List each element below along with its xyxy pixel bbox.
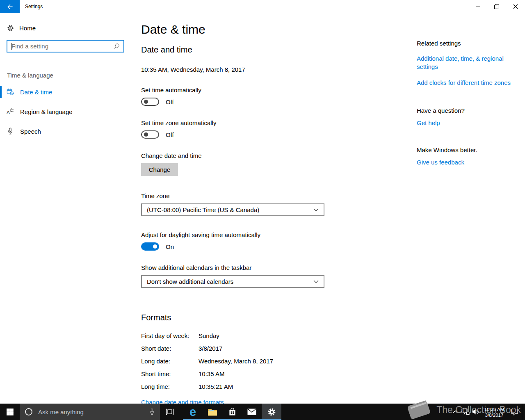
close-icon — [513, 4, 518, 9]
calendar-clock-icon — [7, 88, 14, 96]
search-icon[interactable] — [114, 43, 120, 49]
toggle-knob — [144, 132, 148, 137]
sidebar-item-region-language[interactable]: A Region & language — [0, 104, 136, 119]
chevron-down-icon — [313, 280, 319, 283]
format-value: 10:35:21 AM — [199, 383, 233, 390]
restore-button[interactable] — [487, 0, 506, 13]
main-content: Date & time Date and time 10:35 AM, Wedn… — [141, 13, 326, 406]
tray-time: 10:35 AM — [481, 406, 508, 412]
format-label: First day of week: — [141, 332, 199, 340]
cortana-icon — [25, 408, 32, 415]
close-button[interactable] — [506, 0, 525, 13]
set-time-automatically-label: Set time automatically — [141, 87, 326, 94]
sidebar-item-label: Date & time — [20, 89, 52, 96]
change-date-time-label: Change date and time — [141, 152, 326, 159]
back-arrow-icon — [7, 3, 14, 10]
format-label: Short time: — [141, 370, 199, 378]
sidebar-group-label: Time & language — [7, 72, 136, 79]
clock-tray-button[interactable]: 10:35 AM 3/8/2017 — [481, 406, 508, 418]
find-a-setting-search[interactable] — [7, 40, 124, 52]
store-icon — [228, 408, 236, 416]
sidebar-item-label: Region & language — [20, 108, 73, 115]
change-button[interactable]: Change — [141, 163, 178, 176]
search-input[interactable] — [7, 43, 114, 50]
edge-button[interactable]: e — [183, 404, 203, 420]
action-center-icon — [511, 408, 518, 415]
show-desktop-button[interactable] — [522, 404, 525, 420]
store-button[interactable] — [222, 404, 242, 420]
format-label: Long date: — [141, 357, 199, 365]
dst-label: Adjust for daylight saving time automati… — [141, 231, 326, 238]
additional-calendars-label: Show additional calendars in the taskbar — [141, 264, 326, 271]
gear-icon — [267, 408, 276, 416]
set-timezone-automatically-label: Set time zone automatically — [141, 119, 326, 126]
tray-expand-button[interactable] — [450, 404, 460, 420]
action-center-button[interactable] — [508, 404, 522, 420]
timezone-dropdown[interactable]: (UTC-08:00) Pacific Time (US & Canada) — [141, 203, 324, 216]
system-tray: 10:35 AM 3/8/2017 — [450, 404, 525, 420]
toggle-knob — [144, 100, 148, 104]
format-label: Long time: — [141, 383, 199, 390]
volume-tray-button[interactable] — [470, 404, 481, 420]
file-explorer-button[interactable] — [203, 404, 222, 420]
back-button[interactable] — [0, 0, 20, 13]
format-value: Sunday — [199, 332, 219, 340]
format-row: Short time: 10:35 AM — [141, 370, 326, 378]
current-datetime-text: 10:35 AM, Wednesday, March 8, 2017 — [141, 66, 326, 73]
format-value: 3/8/2017 — [199, 345, 222, 352]
related-settings-heading: Related settings — [417, 40, 520, 47]
taskbar-app-icons: e — [183, 404, 281, 420]
format-row: Long date: Wednesday, March 8, 2017 — [141, 357, 326, 365]
region-language-icon: A — [7, 108, 14, 115]
get-help-link[interactable]: Get help — [417, 119, 440, 126]
start-button[interactable] — [0, 404, 20, 420]
settings-sidebar: Home Time & language Date & time — [0, 13, 136, 404]
set-timezone-automatically-state: Off — [166, 131, 174, 138]
minimize-button[interactable] — [468, 0, 487, 13]
taskbar: Ask me anything e — [0, 404, 525, 420]
have-a-question-heading: Have a question? — [417, 107, 520, 114]
dst-toggle[interactable] — [141, 242, 159, 251]
add-clocks-link[interactable]: Add clocks for different time zones — [417, 79, 511, 87]
sidebar-home-label: Home — [19, 25, 36, 32]
date-and-time-heading: Date and time — [141, 45, 326, 55]
toggle-knob — [153, 244, 157, 249]
restore-icon — [494, 4, 499, 9]
format-row: Short date: 3/8/2017 — [141, 345, 326, 352]
sidebar-item-speech[interactable]: Speech — [0, 124, 136, 139]
sidebar-item-home[interactable]: Home — [7, 25, 136, 32]
additional-regional-settings-link[interactable]: Additional date, time, & regional settin… — [417, 55, 509, 71]
give-feedback-link[interactable]: Give us feedback — [417, 159, 464, 166]
microphone-icon[interactable] — [149, 408, 155, 415]
folder-icon — [208, 408, 217, 416]
related-settings-panel: Related settings Additional date, time, … — [417, 13, 520, 166]
sidebar-item-label: Speech — [20, 128, 41, 135]
taskbar-spacer — [281, 404, 450, 420]
text-caret — [11, 43, 11, 50]
chevron-down-icon — [313, 208, 319, 212]
mail-button[interactable] — [242, 404, 262, 420]
settings-taskbar-button[interactable] — [262, 404, 281, 420]
tray-date: 3/8/2017 — [481, 412, 508, 418]
edge-icon: e — [189, 406, 196, 418]
page-title: Date & time — [141, 23, 326, 37]
microphone-icon — [7, 128, 14, 135]
windows-logo-icon — [7, 409, 14, 415]
timezone-selected-value: (UTC-08:00) Pacific Time (US & Canada) — [147, 206, 259, 213]
task-view-button[interactable] — [160, 404, 180, 420]
minimize-icon — [476, 5, 480, 9]
set-time-automatically-toggle[interactable] — [141, 98, 159, 106]
additional-calendars-dropdown[interactable]: Don't show additional calendars — [141, 275, 324, 288]
network-tray-button[interactable] — [460, 404, 470, 420]
set-timezone-automatically-toggle[interactable] — [141, 130, 159, 139]
format-row: First day of week: Sunday — [141, 332, 326, 340]
cortana-search-box[interactable]: Ask me anything — [20, 404, 160, 420]
formats-table: First day of week: Sunday Short date: 3/… — [141, 332, 326, 390]
speaker-icon — [472, 409, 479, 415]
chevron-up-icon — [453, 410, 458, 413]
sidebar-item-date-time[interactable]: Date & time — [0, 84, 136, 99]
mail-icon — [247, 409, 256, 415]
timezone-label: Time zone — [141, 192, 326, 199]
titlebar: Settings — [0, 0, 525, 13]
make-windows-better-heading: Make Windows better. — [417, 146, 520, 153]
